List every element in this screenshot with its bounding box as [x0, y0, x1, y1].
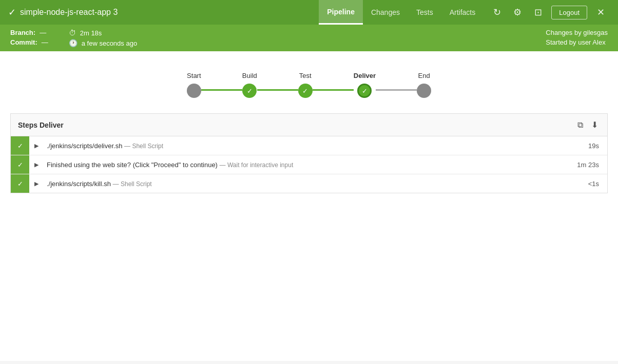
time-ago-value: a few seconds ago	[82, 39, 137, 47]
commit-value: —	[42, 38, 48, 46]
commit-label: Commit:	[10, 38, 37, 46]
user-button[interactable]: ⊡	[529, 3, 547, 22]
step-3-status: ✓	[11, 174, 29, 193]
clock-icon: ⏱	[69, 29, 76, 37]
stage-deliver: Deliver ✓	[354, 72, 376, 98]
step-1-separator: —	[124, 143, 132, 150]
step-row-2: ✓ ▶ Finished using the web site? (Click …	[11, 155, 607, 174]
step-3-type: Shell Script	[121, 180, 152, 188]
header-title: ✓ simple-node-js-react-app 3	[8, 7, 319, 18]
branch-label: Branch:	[10, 29, 35, 36]
step-2-expand[interactable]: ▶	[29, 155, 44, 174]
nav-changes[interactable]: Changes	[363, 0, 408, 25]
pipeline-container: Start Build ✓ Test ✓ Del	[0, 51, 618, 113]
step-1-type: Shell Script	[132, 143, 163, 150]
pipeline-stages: Start Build ✓ Test ✓ Del	[187, 72, 431, 98]
stage-build-label: Build	[242, 72, 257, 79]
steps-section: Steps Deliver ⧉ ⬇ ✓ ▶ ./jenkins/scripts/…	[10, 113, 608, 193]
stage-test-node[interactable]: ✓	[298, 84, 313, 98]
connector-0	[201, 89, 242, 91]
stage-end: End	[417, 72, 431, 98]
step-1-content: ./jenkins/scripts/deliver.sh — Shell Scr…	[44, 138, 580, 154]
step-3-separator: —	[113, 180, 121, 188]
branch-value: —	[40, 29, 46, 36]
step-3-expand[interactable]: ▶	[29, 174, 44, 193]
sub-header: Branch: — Commit: — ⏱ 2m 18s 🕐 a few sec…	[0, 25, 618, 51]
nav-artifacts[interactable]: Artifacts	[441, 0, 484, 25]
step-1-duration: 19s	[580, 142, 607, 150]
step-2-duration: 1m 23s	[569, 161, 607, 169]
stage-deliver-label: Deliver	[354, 72, 376, 79]
meta-left: Branch: — Commit: —	[10, 29, 48, 46]
connector-1	[257, 89, 298, 91]
step-1-checkmark: ✓	[17, 142, 23, 150]
started-row: Started by user Alex	[546, 38, 608, 46]
open-new-tab-button[interactable]: ⧉	[575, 119, 585, 131]
stage-start-label: Start	[187, 72, 201, 79]
duration-value: 2m 18s	[80, 29, 102, 37]
nav-tests[interactable]: Tests	[408, 0, 441, 25]
steps-header: Steps Deliver ⧉ ⬇	[11, 114, 607, 136]
step-3-content: ./jenkins/scripts/kill.sh — Shell Script	[44, 176, 580, 192]
header: ✓ simple-node-js-react-app 3 Pipeline Ch…	[0, 0, 618, 25]
connector-2	[313, 89, 354, 91]
header-nav: Pipeline Changes Tests Artifacts	[319, 0, 484, 25]
stage-start: Start	[187, 72, 201, 98]
close-button[interactable]: ✕	[591, 3, 610, 22]
step-1-name: ./jenkins/scripts/deliver.sh	[47, 142, 122, 150]
steps-title: Steps Deliver	[18, 121, 64, 129]
stage-deliver-node[interactable]: ✓	[357, 84, 372, 98]
stage-build: Build ✓	[242, 72, 257, 98]
connector-3	[376, 89, 417, 91]
step-3-name: ./jenkins/scripts/kill.sh	[47, 180, 111, 188]
changes-row: Changes by gilesgas	[546, 29, 608, 36]
nav-pipeline[interactable]: Pipeline	[319, 0, 363, 25]
meta-right: Changes by gilesgas Started by user Alex	[546, 29, 608, 46]
step-row-1: ✓ ▶ ./jenkins/scripts/deliver.sh — Shell…	[11, 136, 607, 155]
header-actions: ↻ ⚙ ⊡ Logout ✕	[488, 3, 610, 22]
step-2-status: ✓	[11, 155, 29, 174]
step-2-name: Finished using the web site? (Click "Pro…	[47, 161, 218, 169]
download-button[interactable]: ⬇	[589, 119, 600, 131]
main-content: Start Build ✓ Test ✓ Del	[0, 51, 618, 361]
meta-center: ⏱ 2m 18s 🕐 a few seconds ago	[69, 29, 137, 47]
step-2-content: Finished using the web site? (Click "Pro…	[44, 157, 569, 173]
steps-header-actions: ⧉ ⬇	[575, 119, 600, 131]
step-3-checkmark: ✓	[17, 180, 23, 188]
app-title: simple-node-js-react-app 3	[20, 8, 118, 17]
stage-test-label: Test	[299, 72, 312, 79]
step-3-duration: <1s	[580, 180, 607, 188]
time-row: 🕐 a few seconds ago	[69, 39, 137, 47]
stage-build-node[interactable]: ✓	[242, 84, 257, 98]
step-2-checkmark: ✓	[17, 161, 23, 169]
stage-end-node[interactable]	[417, 84, 431, 98]
step-row-3: ✓ ▶ ./jenkins/scripts/kill.sh — Shell Sc…	[11, 174, 607, 193]
step-2-type: Wait for interactive input	[227, 161, 293, 169]
step-2-separator: —	[220, 161, 227, 169]
stage-test: Test ✓	[298, 72, 313, 98]
settings-button[interactable]: ⚙	[508, 3, 527, 22]
refresh-button[interactable]: ↻	[488, 3, 506, 22]
stage-start-node[interactable]	[187, 84, 201, 98]
commit-row: Commit: —	[10, 38, 48, 46]
logout-button[interactable]: Logout	[551, 6, 587, 19]
time-icon: 🕐	[69, 39, 78, 47]
duration-row: ⏱ 2m 18s	[69, 29, 137, 37]
step-1-status: ✓	[11, 136, 29, 155]
checkmark-icon: ✓	[8, 7, 16, 18]
branch-row: Branch: —	[10, 29, 48, 36]
step-1-expand[interactable]: ▶	[29, 136, 44, 155]
stage-end-label: End	[418, 72, 430, 79]
changes-by: Changes by gilesgas	[546, 29, 608, 36]
started-by: Started by user Alex	[546, 38, 605, 46]
